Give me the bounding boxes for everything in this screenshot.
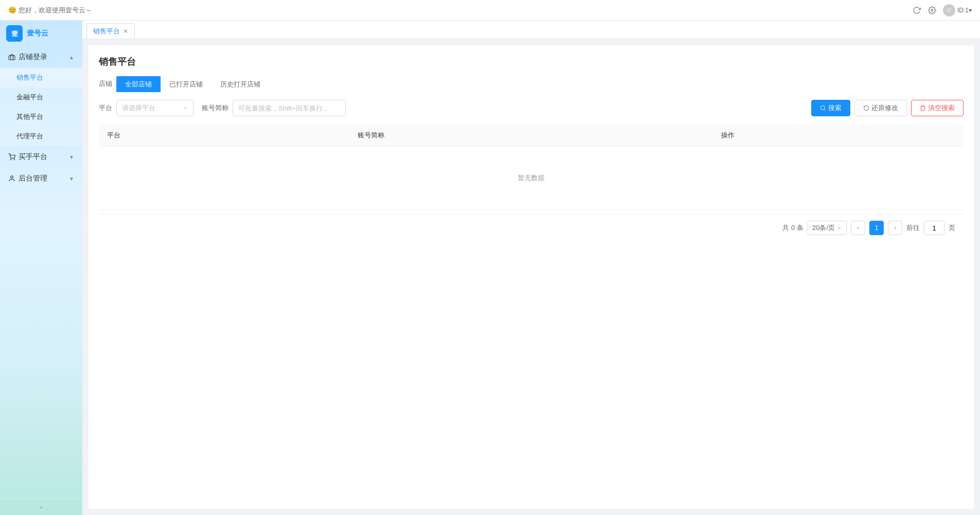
table-body: 暂无数据	[99, 147, 964, 210]
page-size-chevron	[837, 225, 842, 230]
inner-tab-opened-stores-label: 已打开店铺	[169, 80, 203, 88]
account-input[interactable]	[233, 100, 346, 116]
logo-text: 壹号云	[27, 29, 48, 38]
inner-tab-all-stores[interactable]: 全部店铺	[116, 76, 161, 92]
tab-sales-platform[interactable]: 销售平台 ✕	[86, 23, 135, 39]
next-page-button[interactable]	[888, 221, 902, 235]
sidebar-collapse-button[interactable]: ‹	[0, 499, 82, 515]
platform-field: 平台 请选择平台	[99, 100, 194, 116]
sidebar-item-agent-platform[interactable]: 代理平台	[0, 127, 82, 146]
inner-tab-history-stores[interactable]: 历史打开店铺	[212, 76, 269, 92]
logo-icon: 壹	[6, 25, 23, 42]
topbar: 😊 您好，欢迎使用壹号云～ U ID:1▾	[0, 0, 980, 21]
svg-point-4	[11, 159, 11, 160]
col-action: 操作	[713, 125, 964, 147]
prev-icon	[855, 225, 861, 230]
logo-area: 壹 壹号云	[0, 21, 82, 46]
chevron-down-icon-admin: ▼	[69, 176, 74, 182]
sidebar-item-admin-mgmt[interactable]: 后台管理 ▼	[0, 168, 82, 189]
store-label: 店铺	[99, 79, 112, 88]
svg-point-6	[11, 176, 13, 179]
refresh-icon[interactable]	[912, 6, 921, 15]
sidebar-item-other-platform[interactable]: 其他平台	[0, 107, 82, 127]
prev-page-button[interactable]	[851, 221, 865, 235]
sidebar-item-store-login-label: 店铺登录	[19, 52, 47, 62]
topbar-right: U ID:1▾	[912, 4, 972, 16]
data-table: 平台 账号简称 操作 暂无数据	[99, 125, 964, 210]
platform-select[interactable]: 请选择平台	[116, 100, 194, 116]
main-layout: 壹 壹号云 店铺登录 ▲ 销售平台 金融平台 其他平台	[0, 21, 980, 515]
store-icon	[8, 54, 15, 61]
collapse-icon: ‹	[40, 503, 42, 511]
svg-point-7	[821, 106, 825, 110]
empty-state-text: 暂无数据	[107, 153, 955, 203]
chevron-down-icon-buyer: ▼	[69, 154, 74, 160]
search-button[interactable]: 搜索	[811, 100, 850, 116]
restore-icon	[863, 105, 869, 111]
page-size-select[interactable]: 20条/页	[808, 221, 847, 235]
restore-button[interactable]: 还原修改	[854, 100, 907, 116]
avatar: U	[943, 4, 955, 16]
inner-tabs: 店铺 全部店铺 已打开店铺 历史打开店铺	[99, 76, 964, 92]
buyer-icon	[8, 153, 15, 161]
admin-icon	[8, 175, 15, 182]
svg-line-8	[824, 109, 825, 110]
platform-select-chevron	[183, 105, 188, 111]
empty-state: 暂无数据	[99, 147, 964, 210]
tab-close-icon[interactable]: ✕	[123, 28, 128, 35]
chevron-up-icon: ▲	[69, 55, 74, 60]
sidebar-item-store-login[interactable]: 店铺登录 ▲	[0, 46, 82, 68]
user-info[interactable]: U ID:1▾	[943, 4, 972, 16]
svg-point-0	[931, 9, 933, 11]
right-panel: 销售平台 ✕ 销售平台 店铺 全部店铺 已打开店铺 历史打开店铺	[82, 21, 980, 515]
greeting-text: 😊 您好，欢迎使用壹号云～	[8, 6, 92, 15]
sidebar-item-buyer-platform-label: 买手平台	[19, 152, 47, 162]
inner-tab-history-stores-label: 历史打开店铺	[220, 80, 260, 88]
col-account: 账号简称	[349, 125, 713, 147]
platform-label: 平台	[99, 103, 112, 113]
search-bar: 平台 请选择平台 账号简称 搜索	[99, 100, 964, 116]
sidebar-item-agent-platform-label: 代理平台	[16, 132, 43, 140]
page-1-button[interactable]: 1	[869, 221, 884, 235]
page-content: 销售平台 店铺 全部店铺 已打开店铺 历史打开店铺	[89, 45, 974, 509]
sidebar-item-sales-platform[interactable]: 销售平台	[0, 68, 82, 87]
restore-btn-label: 还原修改	[871, 103, 898, 113]
tab-sales-platform-label: 销售平台	[93, 27, 120, 36]
search-btn-label: 搜索	[828, 103, 842, 113]
goto-input[interactable]	[924, 221, 944, 235]
sidebar: 壹 壹号云 店铺登录 ▲ 销售平台 金融平台 其他平台	[0, 21, 82, 515]
clear-button[interactable]: 清空搜索	[911, 100, 964, 116]
tab-bar: 销售平台 ✕	[82, 21, 980, 39]
sidebar-item-sales-platform-label: 销售平台	[16, 74, 43, 81]
sidebar-item-finance-platform[interactable]: 金融平台	[0, 87, 82, 107]
inner-tab-all-stores-label: 全部店铺	[125, 80, 152, 88]
empty-row: 暂无数据	[99, 147, 964, 210]
search-actions: 搜索 还原修改 清空搜索	[811, 100, 964, 116]
search-icon	[820, 105, 826, 111]
settings-icon[interactable]	[927, 6, 937, 15]
account-label: 账号简称	[202, 103, 229, 113]
sidebar-item-admin-mgmt-label: 后台管理	[19, 174, 47, 183]
svg-text:壹: 壹	[11, 30, 18, 38]
account-field: 账号简称	[202, 100, 346, 116]
sidebar-item-buyer-platform[interactable]: 买手平台 ▼	[0, 146, 82, 168]
clear-btn-label: 清空搜索	[928, 103, 955, 113]
svg-point-5	[14, 159, 14, 160]
col-platform: 平台	[99, 125, 349, 147]
total-count: 共 0 条	[782, 223, 803, 233]
sidebar-item-finance-platform-label: 金融平台	[16, 93, 43, 101]
table-header-row: 平台 账号简称 操作	[99, 125, 964, 147]
content-area: 销售平台 店铺 全部店铺 已打开店铺 历史打开店铺	[82, 39, 980, 515]
inner-tab-opened-stores[interactable]: 已打开店铺	[161, 76, 212, 92]
next-icon	[892, 225, 898, 230]
user-label: ID:1▾	[957, 7, 972, 14]
trash-icon	[920, 105, 926, 111]
pagination-bar: 共 0 条 20条/页 1 前往 页	[99, 214, 964, 241]
page-number: 1	[875, 224, 879, 232]
page-size-label: 20条/页	[812, 223, 835, 233]
sidebar-item-other-platform-label: 其他平台	[16, 113, 43, 120]
page-unit-label: 页	[949, 223, 955, 233]
svg-rect-3	[9, 56, 15, 60]
platform-placeholder: 请选择平台	[122, 103, 155, 113]
goto-label: 前往	[906, 223, 920, 233]
